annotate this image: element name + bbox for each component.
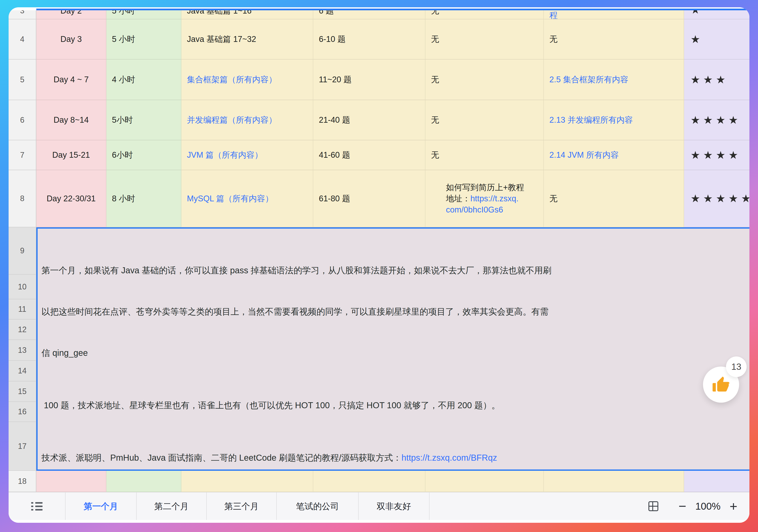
cell-problems[interactable]: 61-80 题: [313, 170, 426, 227]
table-row: [36, 471, 749, 492]
row-number[interactable]: 8: [9, 170, 36, 227]
zoom-in-button[interactable]: +: [730, 500, 738, 513]
list-icon: [31, 502, 43, 511]
cell-resource[interactable]: 无: [544, 170, 684, 227]
like-count-badge: 13: [726, 356, 747, 377]
cell-problems[interactable]: 6 题: [313, 10, 426, 19]
cell-problems[interactable]: 11~20 题: [313, 59, 426, 100]
cell-stars[interactable]: ★★★★: [684, 140, 749, 170]
cell-content[interactable]: [181, 471, 313, 492]
row-number[interactable]: 5: [9, 59, 36, 100]
cell-problems[interactable]: 41-60 题: [313, 140, 426, 170]
cell-content[interactable]: Java 基础篇 1~16: [181, 10, 313, 19]
table-row: Day 15-21 6小时 JVM 篇（所有内容） 41-60 题 无 2.14…: [36, 140, 749, 170]
cell-content-link[interactable]: MySQL 篇（所有内容）: [181, 170, 313, 227]
row-number[interactable]: 16: [9, 402, 36, 422]
row-number[interactable]: 4: [9, 19, 36, 59]
cell-day[interactable]: Day 15-21: [36, 140, 106, 170]
zoom-level[interactable]: 100%: [695, 500, 721, 512]
row-number[interactable]: 7: [9, 140, 36, 170]
sheet-tab-month2[interactable]: 第二个月: [136, 492, 206, 520]
table-row: Day 22-30/31 8 小时 MySQL 篇（所有内容） 61-80 题 …: [36, 170, 749, 227]
row-number[interactable]: 6: [9, 100, 36, 140]
cell-hours[interactable]: 6小时: [106, 140, 181, 170]
cell-hours[interactable]: [106, 471, 181, 492]
cell-hours[interactable]: 5 小时: [106, 10, 181, 19]
cell-problems[interactable]: 6-10 题: [313, 19, 426, 59]
zoom-out-button[interactable]: −: [678, 500, 686, 513]
row-number[interactable]: 14: [9, 361, 36, 381]
cell-day[interactable]: Day 2: [36, 10, 106, 19]
cell-extra[interactable]: 无: [426, 140, 544, 170]
pane-layout-icon[interactable]: [648, 501, 658, 511]
cell-resource[interactable]: 无: [544, 19, 684, 59]
cell-content-link[interactable]: JVM 篇（所有内容）: [181, 140, 313, 170]
cell-resource[interactable]: [544, 471, 684, 492]
row-number[interactable]: 17: [9, 422, 36, 471]
row-number[interactable]: 11: [9, 299, 36, 320]
cell-extra[interactable]: [426, 471, 544, 492]
cell-day[interactable]: [36, 471, 106, 492]
cell-hours[interactable]: 5 小时: [106, 19, 181, 59]
cell-problems[interactable]: 21-40 题: [313, 100, 426, 140]
table-row: Day 8~14 5小时 并发编程篇（所有内容） 21-40 题 无 2.13 …: [36, 100, 749, 140]
cell-resource-link[interactable]: 2.5 集合框架所有内容: [544, 59, 684, 100]
thumbs-up-icon: [712, 375, 730, 394]
cell-resource-link[interactable]: 2.13 并发编程所有内容: [544, 100, 684, 140]
sheet-tab-bar: 第一个月 第二个月 第三个月 笔试的公司 双非友好 − 100% +: [9, 492, 749, 520]
cell-stars[interactable]: ★: [684, 10, 749, 19]
cell-extra[interactable]: 无: [426, 100, 544, 140]
cell-day[interactable]: Day 3: [36, 19, 106, 59]
row-number[interactable]: 10: [9, 275, 36, 299]
row-number[interactable]: 18: [9, 471, 36, 492]
cell-content[interactable]: Java 基础篇 17~32: [181, 19, 313, 59]
cell-extra[interactable]: 无: [426, 19, 544, 59]
table-row: Day 2 5 小时 Java 基础篇 1~16 6 题 无 程 ★: [36, 10, 749, 19]
row-number[interactable]: 13: [9, 340, 36, 361]
row-number[interactable]: 9: [9, 227, 36, 275]
cell-day[interactable]: Day 22-30/31: [36, 170, 106, 227]
cell-content-link[interactable]: 集合框架篇（所有内容）: [181, 59, 313, 100]
cell-content-link[interactable]: 并发编程篇（所有内容）: [181, 100, 313, 140]
sheet-tab-written-companies[interactable]: 笔试的公司: [276, 492, 358, 520]
zoom-controls: − 100% +: [648, 492, 749, 520]
cell-hours[interactable]: 8 小时: [106, 170, 181, 227]
cell-day[interactable]: Day 8~14: [36, 100, 106, 140]
row-number[interactable]: 15: [9, 381, 36, 402]
cell-extra[interactable]: 无: [426, 10, 544, 19]
cell-hours[interactable]: 5小时: [106, 100, 181, 140]
cell-problems[interactable]: [313, 471, 426, 492]
cell-stars[interactable]: ★★★: [684, 59, 749, 100]
merged-note-cell[interactable]: 第一个月，如果说有 Java 基础的话，你可以直接 pass 掉基础语法的学习，…: [36, 227, 749, 471]
cell-extra[interactable]: 无: [426, 59, 544, 100]
note-link[interactable]: https://t.zsxq.com/BFRqz: [401, 453, 497, 462]
cell-stars[interactable]: [684, 471, 749, 492]
sheet-tab-month1[interactable]: 第一个月: [65, 492, 136, 520]
table-row: Day 3 5 小时 Java 基础篇 17~32 6-10 题 无 无 ★: [36, 19, 749, 59]
row-number[interactable]: 12: [9, 320, 36, 340]
cell-day[interactable]: Day 4 ~ 7: [36, 59, 106, 100]
cell-resource-link[interactable]: 2.14 JVM 所有内容: [544, 140, 684, 170]
cell-stars[interactable]: ★★★★: [684, 100, 749, 140]
cell-hours[interactable]: 4 小时: [106, 59, 181, 100]
sheet-list-button[interactable]: [9, 492, 65, 520]
note-text: 第一个月，如果说有 Java 基础的话，你可以直接 pass 掉基础语法的学习，…: [38, 229, 749, 471]
cell-resource-link[interactable]: 程: [544, 10, 684, 19]
cell-stars[interactable]: ★: [684, 19, 749, 59]
sheet-tab-month3[interactable]: 第三个月: [206, 492, 276, 520]
cell-extra-note[interactable]: 如何写到简历上+教程 地址：https://t.zsxq. com/0bhcI0…: [426, 170, 544, 227]
spreadsheet-window: 3 4 5 6 7 8 9 10 11 12 13 14 15 16 17 18…: [9, 7, 749, 523]
sheet-tab-non211-friendly[interactable]: 双非友好: [358, 492, 430, 520]
table-row: Day 4 ~ 7 4 小时 集合框架篇（所有内容） 11~20 题 无 2.5…: [36, 59, 749, 100]
row-number[interactable]: 3: [9, 10, 36, 19]
cell-stars[interactable]: ★★★★★: [684, 170, 749, 227]
